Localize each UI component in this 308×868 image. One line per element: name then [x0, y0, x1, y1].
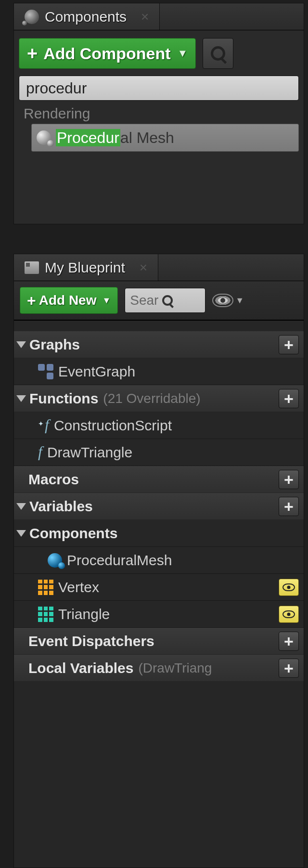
search-icon	[162, 295, 173, 306]
add-graph-button[interactable]: +	[279, 335, 299, 354]
search-result-highlight: Procedur	[56, 129, 120, 146]
function-icon: f	[38, 445, 42, 460]
add-function-button[interactable]: +	[279, 389, 299, 408]
proceduralmesh-icon	[48, 553, 62, 568]
variable-label: Vertex	[58, 579, 99, 596]
function-item-constructionscript[interactable]: f ConstructionScript	[14, 412, 304, 439]
add-variable-button[interactable]: +	[279, 497, 299, 516]
add-event-dispatcher-button[interactable]: +	[279, 632, 299, 651]
add-new-label: Add New	[39, 293, 97, 308]
add-new-button[interactable]: + Add New ▼	[20, 287, 118, 314]
add-component-label: Add Component	[43, 44, 170, 63]
components-tab-icon	[25, 10, 39, 24]
myblueprint-search-input[interactable]: Sear	[125, 288, 205, 313]
components-tab-bar: Components ×	[14, 3, 304, 30]
search-result-procedural-mesh[interactable]: Procedural Mesh	[31, 124, 299, 152]
components-toolbar: + Add Component ▼	[19, 38, 299, 69]
variable-triangle[interactable]: Triangle	[14, 601, 304, 628]
expand-icon	[16, 503, 26, 510]
search-button[interactable]	[203, 38, 233, 69]
visibility-toggle[interactable]	[279, 579, 299, 596]
function-item-drawtriangle[interactable]: f DrawTriangle	[14, 439, 304, 466]
expand-icon	[16, 395, 26, 402]
plus-icon: +	[27, 43, 38, 64]
section-functions[interactable]: Functions (21 Overridable) +	[14, 385, 304, 412]
blueprint-tab-icon	[25, 261, 39, 274]
components-panel: Components × + Add Component ▼ procedur …	[13, 3, 304, 224]
section-graphs[interactable]: Graphs +	[14, 331, 304, 358]
section-variables[interactable]: Variables +	[14, 493, 304, 520]
myblueprint-tree: Graphs + EventGraph Functions (21 Overri…	[14, 321, 304, 682]
eye-icon	[282, 583, 295, 591]
expand-icon	[16, 530, 26, 537]
myblueprint-tab-title: My Blueprint	[45, 259, 125, 276]
my-blueprint-panel: My Blueprint × + Add New ▼ Sear ▼	[13, 254, 304, 868]
myblueprint-search-placeholder: Sear	[130, 293, 158, 308]
function-item-label: ConstructionScript	[54, 417, 172, 434]
section-macros[interactable]: Macros +	[14, 466, 304, 493]
section-macros-label: Macros	[28, 471, 79, 488]
search-category-label: Rendering	[19, 104, 299, 124]
search-icon	[211, 46, 225, 61]
eye-icon	[212, 294, 233, 307]
eye-icon	[282, 610, 295, 618]
view-options-button[interactable]: ▼	[212, 294, 244, 307]
function-icon: f	[38, 418, 49, 433]
add-component-button[interactable]: + Add Component ▼	[19, 38, 196, 69]
section-local-variables-subtitle: (DrawTriang	[138, 661, 212, 676]
section-event-dispatchers-label: Event Dispatchers	[28, 633, 154, 649]
section-graphs-label: Graphs	[29, 337, 80, 353]
search-result-text: Procedural Mesh	[56, 129, 174, 147]
plus-icon: +	[27, 292, 36, 310]
section-local-variables-label: Local Variables	[28, 660, 133, 676]
add-local-variable-button[interactable]: +	[279, 659, 299, 678]
expand-icon	[16, 341, 26, 348]
section-components-label: Components	[29, 525, 117, 542]
component-search-input[interactable]: procedur	[19, 76, 299, 101]
chevron-down-icon: ▼	[102, 296, 111, 306]
myblueprint-tab[interactable]: My Blueprint ×	[14, 254, 158, 281]
chevron-down-icon: ▼	[178, 47, 188, 60]
variable-proceduralmesh[interactable]: ProceduralMesh	[14, 547, 304, 574]
variable-label: ProceduralMesh	[67, 552, 172, 569]
graph-item-label: EventGraph	[58, 363, 135, 380]
add-macro-button[interactable]: +	[279, 470, 299, 489]
search-result-remainder: al Mesh	[120, 129, 174, 146]
section-variables-label: Variables	[29, 498, 93, 515]
section-event-dispatchers[interactable]: Event Dispatchers +	[14, 628, 304, 655]
components-tab[interactable]: Components ×	[14, 3, 160, 30]
array-icon	[38, 607, 53, 622]
function-item-label: DrawTriangle	[47, 444, 132, 461]
mesh-icon	[37, 130, 51, 145]
components-panel-body: + Add Component ▼ procedur Rendering Pro…	[14, 30, 304, 159]
variable-label: Triangle	[58, 606, 110, 622]
myblueprint-tab-bar: My Blueprint ×	[14, 254, 304, 281]
close-icon[interactable]: ×	[141, 9, 149, 25]
section-local-variables[interactable]: Local Variables (DrawTriang +	[14, 655, 304, 682]
section-functions-subtitle: (21 Overridable)	[103, 391, 200, 406]
section-components[interactable]: Components	[14, 520, 304, 547]
components-tab-title: Components	[45, 9, 127, 25]
eventgraph-icon	[38, 364, 53, 379]
close-icon[interactable]: ×	[140, 260, 147, 275]
variable-vertex[interactable]: Vertex	[14, 574, 304, 601]
visibility-toggle[interactable]	[279, 606, 299, 623]
myblueprint-toolbar: + Add New ▼ Sear ▼	[14, 281, 304, 321]
chevron-down-icon: ▼	[235, 296, 244, 306]
section-functions-label: Functions	[29, 390, 98, 407]
graph-item-eventgraph[interactable]: EventGraph	[14, 358, 304, 385]
component-search-value: procedur	[26, 79, 87, 97]
array-icon	[38, 580, 53, 595]
